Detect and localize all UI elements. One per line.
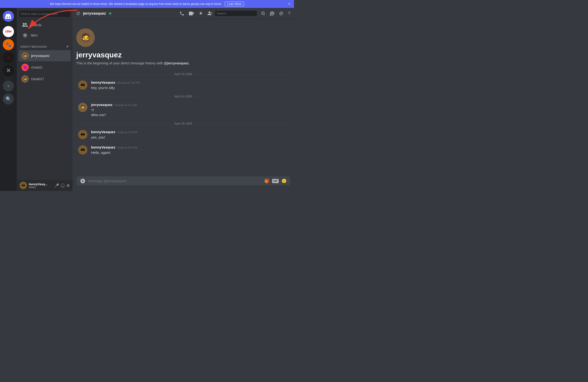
message-header-msg4: bennyVasquez Today at 3:24 PM: [91, 145, 288, 149]
message-text-msg3: yes, you!: [91, 135, 288, 140]
message-content-msg1: bennyVasquez Monday at 7:56 PM hey, you'…: [91, 80, 288, 90]
add-dm-button[interactable]: +: [66, 44, 69, 49]
gif-button[interactable]: GIF: [272, 179, 279, 183]
server-icon-dark[interactable]: ●: [3, 52, 14, 63]
main-layout: URM 🐾 ● ✕ + 🔍: [0, 8, 294, 191]
date-divider-apr14: April 14, 2020: [76, 95, 290, 98]
direct-messages-label: DIRECT MESSAGES: [21, 45, 47, 48]
chat-search-input[interactable]: [215, 11, 257, 16]
message-text-msg2a: ?!: [91, 108, 288, 112]
avatar-benny-msg4: 🕶: [78, 145, 87, 155]
server-icon-urm[interactable]: URM: [3, 26, 14, 37]
dm-conversation-jerryvasquez[interactable]: 🧔 jerryvasquez: [19, 50, 71, 61]
dm-section-header: DIRECT MESSAGES +: [17, 40, 73, 50]
chat-header-status-dot: [109, 12, 111, 15]
messages-container: 🧔 jerryvasquez This is the beginning of …: [73, 19, 294, 176]
pinned-messages-button[interactable]: [199, 11, 203, 16]
status-online-chula31: [27, 69, 29, 71]
message-header-msg2: jerryvasquez Tuesday at 9:31 AM: [91, 103, 288, 107]
dm-conversation-chula31[interactable]: 😈 chula31: [19, 62, 71, 73]
sidebar-item-friends[interactable]: Friends: [19, 20, 71, 30]
message-group-msg2: 🧔 jerryvasquez Tuesday at 9:31 AM ?! Who…: [76, 102, 290, 118]
username-chula31: chula31: [31, 65, 42, 69]
chat-header-username: jerryvasquez: [83, 11, 106, 16]
date-divider-apr13: April 13, 2020: [76, 73, 290, 76]
message-username-msg3[interactable]: bennyVasquez: [91, 130, 115, 134]
mute-mic-button[interactable]: 🎤: [54, 183, 59, 188]
avatar-chula31: 😈: [21, 64, 29, 71]
message-timestamp-msg4: Today at 3:24 PM: [117, 146, 137, 149]
chat-area: @ jerryvasquez @: [73, 8, 294, 191]
chat-header: @ jerryvasquez @: [73, 8, 294, 19]
avatar-daniel17: 🧔: [21, 75, 29, 83]
username-jerryvasquez: jerryvasquez: [31, 54, 49, 58]
avatar-benny-msg1: 🕶: [78, 80, 87, 90]
announcement-bar: We hope Discord can be helpful in these …: [0, 0, 294, 8]
sidebar-item-nitro[interactable]: Nitro: [19, 31, 71, 40]
close-announcement-button[interactable]: ×: [288, 2, 290, 6]
input-icons-right: 🎁 GIF 🙂: [264, 179, 287, 183]
nitro-icon: [22, 33, 28, 38]
inbox-button[interactable]: [270, 11, 274, 16]
profile-header-description: This is the beginning of your direct mes…: [76, 61, 189, 65]
user-panel-info: bennyVasq... #8491: [29, 182, 53, 189]
dm-profile-header: 🧔 jerryvasquez This is the beginning of …: [76, 24, 290, 69]
dm-conversation-daniel17[interactable]: 🧔 Daniel17: [19, 73, 71, 85]
user-settings-button[interactable]: ⚙: [66, 183, 70, 188]
find-conversation-input[interactable]: [19, 11, 70, 17]
message-input-area: 🎁 GIF 🙂: [73, 176, 294, 191]
message-group-msg4: 🕶 bennyVasquez Today at 3:24 PM Hello, a…: [76, 144, 290, 156]
message-timestamp-msg1: Monday at 7:56 PM: [117, 81, 139, 84]
upload-file-button[interactable]: [80, 178, 85, 184]
friends-icon: [22, 22, 28, 28]
message-timestamp-msg3: Today at 2:20 PM: [117, 131, 137, 134]
avatar-benny-msg3: 🕶: [78, 130, 87, 139]
message-username-msg2[interactable]: jerryvasquez: [91, 103, 112, 107]
deafen-headset-button[interactable]: 🎧: [61, 183, 65, 188]
add-server-icon: +: [7, 83, 10, 89]
video-call-button[interactable]: [189, 12, 194, 15]
explore-servers-button[interactable]: 🔍: [3, 93, 14, 104]
profile-header-name: jerryvasquez: [76, 51, 122, 59]
friends-label: Friends: [31, 23, 42, 27]
message-text-msg1: hey, you're silly.: [91, 85, 288, 90]
user-panel-name: bennyVasq...: [29, 182, 53, 186]
message-content-msg3: bennyVasquez Today at 2:20 PM yes, you!: [91, 130, 288, 140]
emoji-button[interactable]: 🙂: [281, 179, 287, 183]
gift-button[interactable]: 🎁: [264, 179, 269, 183]
user-panel: 🕶 bennyVasq... #8491 🎤 🎧 ⚙: [17, 180, 73, 191]
message-header-msg3: bennyVasquez Today at 2:20 PM: [91, 130, 288, 134]
message-username-msg1[interactable]: bennyVasquez: [91, 80, 115, 84]
message-group-msg3: 🕶 bennyVasquez Today at 2:20 PM yes, you…: [76, 129, 290, 141]
server-sidebar: URM 🐾 ● ✕ + 🔍: [0, 8, 17, 191]
server-divider-2: [5, 78, 12, 79]
user-panel-discriminator: #8491: [29, 186, 53, 189]
server-icon-discord-home[interactable]: [3, 11, 14, 22]
server-icon-x[interactable]: ✕: [3, 65, 14, 76]
add-server-button[interactable]: +: [3, 80, 14, 92]
call-button[interactable]: [180, 11, 184, 16]
profile-header-avatar: 🧔: [76, 28, 95, 47]
message-input-wrapper: 🎁 GIF 🙂: [76, 176, 290, 185]
status-online-jerryvasquez: [27, 57, 29, 60]
message-content-msg2: jerryvasquez Tuesday at 9:31 AM ?! Who m…: [91, 103, 288, 117]
learn-more-button[interactable]: Learn More: [225, 2, 244, 6]
announcement-text: We hope Discord can be helpful in these …: [50, 2, 222, 6]
user-panel-avatar: 🕶: [20, 182, 27, 189]
avatar-jerryvasquez: 🧔: [21, 52, 29, 60]
add-friend-button[interactable]: [208, 11, 212, 16]
mention-button[interactable]: @: [279, 11, 283, 16]
message-group-msg1: 🕶 bennyVasquez Monday at 7:56 PM hey, yo…: [76, 80, 290, 91]
username-daniel17: Daniel17: [31, 77, 44, 81]
avatar-jerry-msg2: 🧔: [78, 103, 87, 112]
message-text-input[interactable]: [88, 176, 261, 185]
message-timestamp-msg2: Tuesday at 9:31 AM: [114, 104, 137, 106]
search-icon-button[interactable]: [261, 12, 265, 15]
help-button[interactable]: ?: [288, 11, 290, 16]
message-username-msg4[interactable]: bennyVasquez: [91, 145, 115, 149]
svg-point-1: [24, 34, 26, 36]
nitro-label: Nitro: [31, 34, 38, 37]
explore-icon: 🔍: [6, 96, 11, 102]
message-text-msg4: Hello, again!: [91, 150, 288, 155]
server-icon-paw[interactable]: 🐾: [3, 39, 14, 50]
